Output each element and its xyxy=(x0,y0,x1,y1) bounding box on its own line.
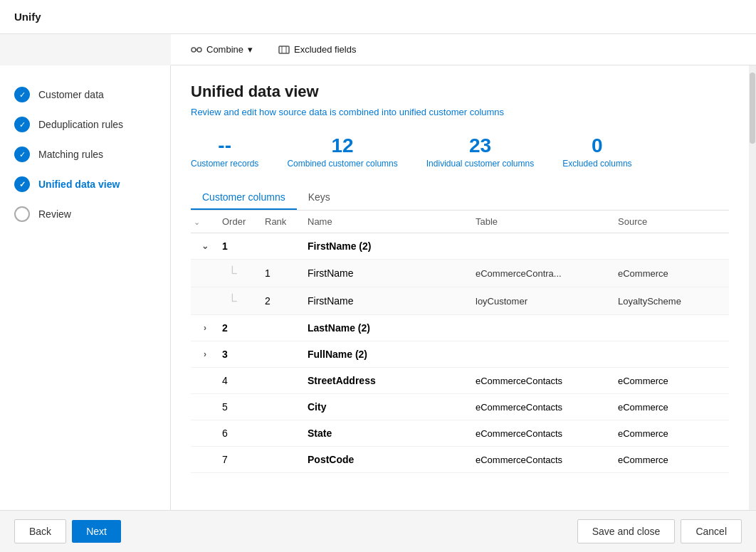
sidebar-item-label: Customer data xyxy=(38,89,104,100)
sidebar-item-matching-rules[interactable]: ✓ Matching rules xyxy=(0,139,170,169)
cancel-button[interactable]: Cancel xyxy=(681,519,742,543)
sidebar-item-label-3: Matching rules xyxy=(38,149,103,160)
table-row: 6 State eCommerceContacts eCommerce xyxy=(191,420,729,447)
tab-keys[interactable]: Keys xyxy=(297,186,342,210)
tabs-row: Customer columns Keys xyxy=(191,186,729,211)
stat-excluded-columns: 0 Excluded columns xyxy=(562,134,631,169)
row-name-streetaddress: StreetAddress xyxy=(305,375,473,386)
stat-label-combined-columns: Combined customer columns xyxy=(287,159,397,169)
stat-combined-columns: 12 Combined customer columns xyxy=(287,134,397,169)
table-row: › 2 LastName (2) xyxy=(191,315,729,341)
row-table-firstname2: loyCustomer xyxy=(473,296,615,307)
check-icon-2: ✓ xyxy=(19,120,26,129)
row-source-state: eCommerce xyxy=(615,428,729,439)
combine-chevron: ▾ xyxy=(248,44,253,55)
expand-icon-firstname[interactable]: ⌄ xyxy=(191,241,219,251)
combine-button[interactable]: Combine ▾ xyxy=(185,41,258,58)
row-name-city: City xyxy=(305,401,473,413)
header-name: Name xyxy=(305,216,473,227)
tab-customer-columns[interactable]: Customer columns xyxy=(191,186,297,210)
row-table-state: eCommerceContacts xyxy=(473,428,615,439)
stat-value-combined-columns: 12 xyxy=(332,134,354,157)
stat-value-customer-records: -- xyxy=(218,134,231,157)
table-row: └ 2 FirstName loyCustomer LoyaltyScheme xyxy=(191,287,729,315)
scrollbar-thumb[interactable] xyxy=(750,73,755,144)
row-table-firstname1: eCommerceContra... xyxy=(473,268,615,279)
stat-value-excluded-columns: 0 xyxy=(592,134,603,157)
scrollbar-track[interactable] xyxy=(749,65,756,510)
excluded-fields-icon xyxy=(278,44,290,55)
stat-label-customer-records: Customer records xyxy=(191,159,258,169)
row-table-postcode: eCommerceContacts xyxy=(473,455,615,465)
row-rank-child2: 2 xyxy=(262,295,305,307)
table-row: └ 1 FirstName eCommerceContra... eCommer… xyxy=(191,260,729,287)
header-order: Order xyxy=(219,216,262,227)
row-order-1: 1 xyxy=(219,240,262,252)
step-circle-matching-rules: ✓ xyxy=(14,147,30,162)
sidebar-item-deduplication-rules[interactable]: ✓ Deduplication rules xyxy=(0,110,170,139)
stats-row: -- Customer records 12 Combined customer… xyxy=(191,134,729,169)
row-order-child2: └ xyxy=(219,294,262,307)
sidebar: ✓ Customer data ✓ Deduplication rules ✓ … xyxy=(0,65,171,510)
save-close-button[interactable]: Save and close xyxy=(577,519,676,543)
check-icon-3: ✓ xyxy=(19,150,26,159)
sidebar-item-label-5: Review xyxy=(38,208,71,220)
row-order-postcode: 7 xyxy=(219,454,262,465)
table-row: 5 City eCommerceContacts eCommerce xyxy=(191,394,729,420)
row-source-city: eCommerce xyxy=(615,402,729,413)
stat-value-individual-columns: 23 xyxy=(469,134,491,157)
step-circle-review xyxy=(14,206,30,222)
expand-icon-fullname[interactable]: › xyxy=(191,349,219,359)
header-table: Table xyxy=(473,216,615,227)
sidebar-item-label-2: Deduplication rules xyxy=(38,119,123,130)
row-name-fullname: FullName (2) xyxy=(305,349,473,360)
table-header: ⌄ Order Rank Name Table Source xyxy=(191,211,729,233)
row-source-postcode: eCommerce xyxy=(615,455,729,465)
row-order-child1: └ xyxy=(219,267,262,280)
row-name-state: State xyxy=(305,428,473,439)
row-name-firstname-group: FirstName (2) xyxy=(305,240,473,252)
stat-label-excluded-columns: Excluded columns xyxy=(562,159,631,169)
row-order-state: 6 xyxy=(219,428,262,439)
excluded-fields-button[interactable]: Excluded fields xyxy=(273,41,362,58)
row-rank-child1: 1 xyxy=(262,267,305,279)
header-source: Source xyxy=(615,216,729,227)
svg-point-1 xyxy=(197,48,201,52)
check-icon: ✓ xyxy=(19,90,26,100)
back-button[interactable]: Back xyxy=(14,519,66,543)
expand-icon-lastname[interactable]: › xyxy=(191,323,219,333)
footer-bar: Back Next Save and close Cancel xyxy=(0,510,756,552)
step-circle-customer-data: ✓ xyxy=(14,87,30,102)
table-row: 7 PostCode eCommerceContacts eCommerce xyxy=(191,447,729,473)
sidebar-item-label-4: Unified data view xyxy=(38,179,120,190)
row-source-firstname1: eCommerce xyxy=(615,268,729,279)
next-button[interactable]: Next xyxy=(72,520,121,543)
combine-icon xyxy=(191,44,202,55)
row-table-city: eCommerceContacts xyxy=(473,402,615,413)
table-row: 4 StreetAddress eCommerceContacts eComme… xyxy=(191,368,729,394)
page-title: Unified data view xyxy=(191,83,729,101)
excluded-fields-label: Excluded fields xyxy=(294,44,356,55)
row-table-streetaddress: eCommerceContacts xyxy=(473,376,615,386)
header-rank: Rank xyxy=(262,216,305,227)
row-name-firstname1: FirstName xyxy=(305,267,473,279)
sidebar-item-unified-data-view[interactable]: ✓ Unified data view xyxy=(0,169,170,199)
content-area: Unified data view Review and edit how so… xyxy=(171,65,749,510)
svg-rect-2 xyxy=(279,46,289,53)
combine-label: Combine xyxy=(206,44,243,55)
row-order-fullname: 3 xyxy=(219,349,262,360)
row-source-streetaddress: eCommerce xyxy=(615,376,729,386)
row-order-city: 5 xyxy=(219,401,262,413)
svg-point-0 xyxy=(191,48,196,52)
check-icon-4: ✓ xyxy=(19,180,26,189)
app-title: Unify xyxy=(14,11,41,23)
page-subtitle: Review and edit how source data is combi… xyxy=(191,107,729,117)
table-row: ⌄ 1 FirstName (2) xyxy=(191,233,729,260)
row-name-firstname2: FirstName xyxy=(305,295,473,307)
row-order-streetaddress: 4 xyxy=(219,375,262,386)
row-source-firstname2: LoyaltyScheme xyxy=(615,296,729,307)
step-circle-unified-data-view: ✓ xyxy=(14,176,30,192)
sidebar-item-customer-data[interactable]: ✓ Customer data xyxy=(0,80,170,110)
header-expand: ⌄ xyxy=(191,216,219,227)
sidebar-item-review[interactable]: Review xyxy=(0,199,170,229)
